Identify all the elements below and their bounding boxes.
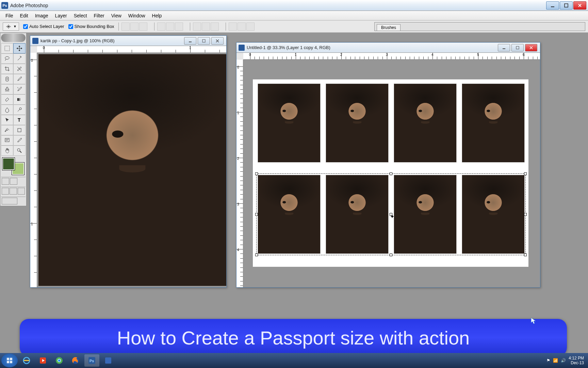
distribute-btn[interactable] — [246, 22, 255, 31]
svg-rect-14 — [516, 46, 519, 49]
blur-tool[interactable] — [1, 105, 13, 115]
doc1-ruler-h: 01 — [37, 46, 226, 53]
mouse-cursor — [531, 318, 536, 324]
foreground-color[interactable] — [2, 158, 15, 170]
menu-file[interactable]: File — [2, 12, 17, 19]
distribute-btn[interactable] — [229, 22, 237, 31]
stamp-tool[interactable] — [1, 84, 13, 94]
doc1-canvas[interactable] — [37, 53, 226, 287]
color-swatches[interactable] — [2, 158, 24, 175]
tool-preset-picker[interactable]: ▼ — [3, 22, 19, 31]
window-minimize-button[interactable] — [546, 1, 559, 10]
svg-text:T: T — [18, 117, 21, 123]
align-btn[interactable] — [121, 22, 130, 31]
doc-icon — [32, 38, 38, 44]
svg-point-15 — [5, 356, 14, 365]
path-select-tool[interactable] — [1, 115, 13, 125]
tray-time[interactable]: 4:12 PM — [569, 356, 584, 361]
menu-window[interactable]: Window — [125, 12, 149, 19]
window-close-button[interactable] — [573, 1, 586, 10]
doc2-close[interactable] — [525, 44, 537, 51]
doc2-title: Untitled-1 @ 33.3% (Layer 1 copy 4, RGB) — [247, 45, 330, 50]
system-tray[interactable]: ⚑ 📶 🔊 4:12 PM Dec-13 — [546, 356, 587, 366]
svg-rect-8 — [18, 128, 21, 132]
menu-layer[interactable]: Layer — [52, 12, 70, 19]
doc1-close[interactable] — [211, 37, 224, 45]
taskbar-photoshop[interactable]: Ps — [84, 354, 99, 367]
svg-rect-24 — [105, 357, 111, 364]
doc2-maximize[interactable] — [511, 44, 524, 51]
menu-help[interactable]: Help — [149, 12, 165, 19]
distribute-group-1 — [190, 22, 222, 31]
doc1-titlebar[interactable]: kartik pp - Copy-1.jpg @ 100% (RGB) — [30, 36, 226, 46]
menu-image[interactable]: Image — [32, 12, 52, 19]
start-button[interactable] — [1, 354, 18, 367]
auto-select-label: Auto Select Layer — [29, 24, 64, 29]
distribute-btn[interactable] — [211, 22, 219, 31]
tray-network-icon[interactable]: 📶 — [553, 358, 558, 363]
doc2-canvas[interactable]: ✦ — [243, 60, 540, 287]
screen-std[interactable] — [2, 188, 9, 195]
eraser-tool[interactable] — [1, 94, 13, 105]
align-btn[interactable] — [175, 22, 183, 31]
taskbar-media[interactable] — [35, 354, 50, 367]
app-title: Adobe Photoshop — [10, 3, 48, 8]
align-btn[interactable] — [130, 22, 138, 31]
align-btn[interactable] — [157, 22, 165, 31]
toolbox-header[interactable] — [1, 34, 26, 42]
hand-tool[interactable] — [1, 145, 13, 156]
show-bbox-checkbox[interactable]: Show Bounding Box — [68, 24, 114, 29]
tray-date[interactable]: Dec-13 — [569, 361, 584, 365]
taskbar-app[interactable] — [101, 354, 116, 367]
heal-tool[interactable] — [1, 74, 13, 84]
pen-tool[interactable] — [1, 125, 13, 135]
doc1-maximize[interactable] — [198, 37, 210, 45]
lasso-tool[interactable] — [1, 53, 13, 64]
auto-select-checkbox[interactable]: Auto Select Layer — [23, 24, 64, 29]
brushes-panel[interactable]: Brushes — [374, 22, 585, 31]
tray-flag-icon[interactable]: ⚑ — [546, 358, 550, 363]
distribute-btn[interactable] — [202, 22, 210, 31]
distribute-btn[interactable] — [238, 22, 246, 31]
align-btn[interactable] — [139, 22, 147, 31]
type-tool[interactable]: T — [13, 115, 26, 125]
notes-tool[interactable] — [1, 135, 13, 145]
slice-tool[interactable] — [13, 64, 26, 74]
brushes-tab[interactable]: Brushes — [377, 24, 401, 31]
menu-filter[interactable]: Filter — [91, 12, 108, 19]
jump-to-imageready[interactable] — [2, 198, 17, 204]
quickmask-mode[interactable] — [10, 178, 17, 185]
tray-volume-icon[interactable]: 🔊 — [561, 358, 566, 363]
screen-full-menus[interactable] — [10, 188, 17, 195]
svg-point-3 — [5, 57, 9, 59]
taskbar-chrome[interactable] — [52, 354, 67, 367]
menu-select[interactable]: Select — [70, 12, 91, 19]
window-maximize-button[interactable] — [560, 1, 573, 10]
taskbar: Ps ⚑ 📶 🔊 4:12 PM Dec-13 — [0, 353, 588, 368]
doc1-minimize[interactable] — [184, 37, 196, 45]
screen-full[interactable] — [18, 188, 25, 195]
passport-photo — [326, 83, 389, 163]
wand-tool[interactable] — [13, 53, 26, 64]
gradient-tool[interactable] — [13, 94, 26, 105]
history-brush-tool[interactable] — [13, 84, 26, 94]
distribute-btn[interactable] — [193, 22, 201, 31]
brush-tool[interactable] — [13, 74, 26, 84]
move-tool[interactable] — [13, 43, 26, 53]
menu-view[interactable]: View — [108, 12, 125, 19]
marquee-tool[interactable] — [1, 43, 13, 53]
transform-selection[interactable]: ✦ — [256, 173, 526, 255]
menu-edit[interactable]: Edit — [17, 12, 32, 19]
svg-point-10 — [17, 149, 20, 151]
zoom-tool[interactable] — [13, 145, 26, 156]
taskbar-ie[interactable] — [19, 354, 34, 367]
eyedropper-tool[interactable] — [13, 135, 26, 145]
quickmask-std[interactable] — [2, 178, 9, 185]
crop-tool[interactable] — [1, 64, 13, 74]
doc2-titlebar[interactable]: Untitled-1 @ 33.3% (Layer 1 copy 4, RGB) — [236, 43, 540, 53]
align-btn[interactable] — [166, 22, 174, 31]
taskbar-firefox[interactable] — [68, 354, 83, 367]
dodge-tool[interactable] — [13, 105, 26, 115]
shape-tool[interactable] — [13, 125, 26, 135]
doc2-minimize[interactable] — [498, 44, 510, 51]
